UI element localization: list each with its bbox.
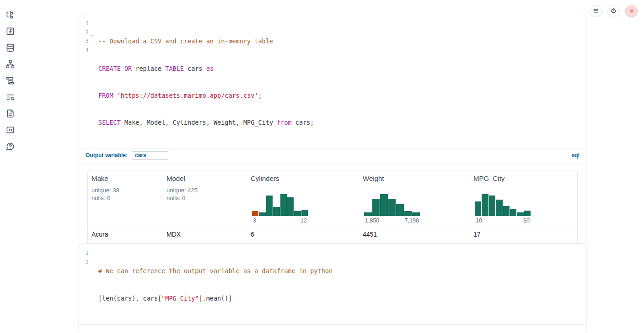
output-variable-label: Output variable:	[86, 152, 128, 159]
settings-button[interactable]: ⚙	[607, 5, 620, 17]
line-number: 1	[79, 249, 93, 258]
code-line: CREATE OR replace TABLE cars as	[98, 64, 314, 74]
axis-min: 3	[253, 217, 256, 224]
column-nulls-stat: nulls: 0	[91, 194, 159, 202]
code-line: -- Download a CSV and create an in-memor…	[98, 37, 314, 46]
column-header-weight[interactable]: Weight 1,850 7,190	[359, 170, 470, 227]
variables-icon[interactable]	[6, 27, 15, 36]
language-badge: sql	[572, 152, 580, 159]
notebook-actions: ⚙	[590, 5, 638, 17]
sql-editor[interactable]: 1 2 3 4 -- Download a CSV and create an …	[79, 14, 586, 148]
shutdown-button[interactable]	[625, 5, 638, 17]
menu-button[interactable]	[590, 5, 602, 17]
axis-min: 1,850	[365, 217, 379, 224]
scratchpad-icon[interactable]	[6, 76, 15, 85]
cell-weight: 4451	[359, 231, 470, 238]
code-line: SELECT Make, Model, Cylinders, Weight, M…	[98, 118, 314, 127]
sidebar	[0, 0, 20, 333]
output-variable-input[interactable]	[132, 151, 168, 160]
line-number: 1	[79, 19, 93, 28]
line-number: 4	[79, 46, 93, 55]
histogram-axis-labels: 3 12	[252, 217, 308, 224]
axis-min: 10	[476, 217, 482, 224]
logs-icon[interactable]	[6, 93, 15, 101]
axis-max: 60	[523, 217, 530, 224]
column-title: Weight	[363, 174, 466, 182]
line-number: 2	[79, 28, 93, 37]
dependency-graph-icon[interactable]	[6, 60, 15, 69]
axis-max: 12	[301, 217, 307, 224]
column-title: Cylinders	[251, 174, 355, 182]
axis-max: 7,190	[405, 217, 419, 224]
datasources-icon[interactable]	[6, 43, 15, 52]
cell-cylinders: 6	[247, 231, 359, 238]
snippets-icon[interactable]	[6, 126, 15, 134]
hamburger-icon	[593, 7, 599, 16]
code-line: FROM 'https://datasets.marimo.app/cars.c…	[98, 91, 314, 100]
mpg-city-histogram: 10 60	[475, 193, 531, 224]
histogram-axis-labels: 1,850 7,190	[364, 217, 420, 224]
histogram-axis-labels: 10 60	[475, 217, 531, 224]
python-cell: 1 2 # We can reference the output variab…	[79, 243, 586, 333]
table-header: Make unique: 38 nulls: 0 Model unique: 4…	[88, 170, 577, 227]
file-explorer-icon[interactable]	[6, 11, 15, 19]
documentation-icon[interactable]	[6, 109, 15, 118]
weight-histogram: 1,850 7,190	[364, 193, 420, 224]
column-header-make[interactable]: Make unique: 38 nulls: 0	[88, 170, 163, 227]
line-number: 3	[79, 37, 93, 46]
output-variable-row: Output variable: sql	[79, 148, 586, 163]
cell-mpg-city: 17	[470, 231, 577, 238]
column-title: Model	[166, 174, 243, 182]
python-code[interactable]: # We can reference the output variable a…	[93, 249, 333, 321]
column-unique-stat: unique: 425	[166, 186, 243, 194]
histogram-bars	[364, 193, 420, 216]
histogram-bars	[475, 193, 531, 216]
cell-model: MDX	[163, 231, 247, 238]
close-icon	[629, 7, 634, 16]
code-line: [len(cars), cars["MPG_City"].mean()]	[98, 294, 333, 303]
column-title: MPG_City	[473, 174, 574, 182]
table-row: Acura MDX 6 4451 17	[88, 227, 577, 242]
code-line: # We can reference the output variable a…	[98, 267, 333, 276]
column-title: Make	[91, 174, 159, 182]
python-editor[interactable]: 1 2 # We can reference the output variab…	[79, 244, 586, 324]
help-icon[interactable]	[6, 142, 15, 151]
sql-gutter: 1 2 3 4	[79, 19, 93, 145]
column-header-mpg-city[interactable]: MPG_City 10 60	[470, 170, 577, 227]
sql-code[interactable]: -- Download a CSV and create an in-memor…	[93, 19, 314, 145]
python-gutter: 1 2	[79, 249, 93, 321]
list-output-tree: [ 2 Items 0:428 1:20.060747663551403 ]	[79, 325, 586, 333]
histogram-bars	[252, 193, 308, 216]
cell-make: Acura	[88, 231, 163, 238]
gear-icon: ⚙	[611, 8, 617, 15]
column-header-cylinders[interactable]: Cylinders 3 12	[247, 170, 359, 227]
fold-chevron-icon[interactable]	[90, 32, 94, 35]
line-number: 2	[79, 258, 93, 267]
python-output: [ 2 Items 0:428 1:20.060747663551403 ]	[79, 324, 586, 333]
column-unique-stat: unique: 38	[91, 186, 159, 194]
cylinders-histogram: 3 12	[252, 193, 308, 224]
column-header-model[interactable]: Model unique: 425 nulls: 0	[163, 170, 247, 227]
column-nulls-stat: nulls: 0	[166, 194, 243, 202]
